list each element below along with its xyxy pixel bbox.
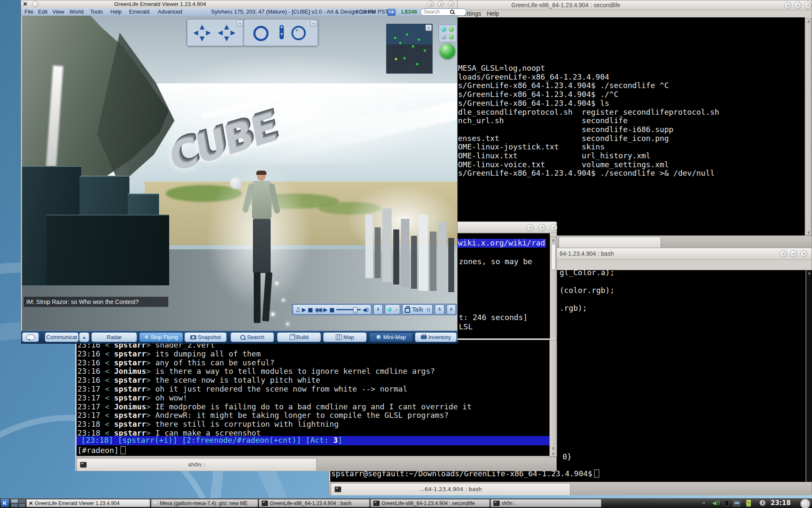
minimize-button[interactable]: ∨ — [780, 250, 787, 257]
shade-button[interactable] — [32, 1, 38, 7]
viewer-clock: 8:18 PM PST — [356, 8, 388, 16]
minimize-button[interactable]: ∨ — [527, 224, 534, 231]
close-icon[interactable]: × — [237, 20, 243, 27]
menu-emerald[interactable]: Emerald — [129, 8, 149, 16]
selected-text: wiki.x.org/wiki/rad — [457, 239, 546, 248]
minimize-button[interactable]: ∨ — [784, 2, 791, 9]
radar-button[interactable]: Radar — [91, 332, 137, 342]
media-expand-button[interactable]: ∧ — [373, 304, 383, 315]
menu-tools[interactable]: Tools — [90, 8, 103, 16]
movement-controls-floater[interactable]: × ▲◀▶▼ ▲◀▶▼ — [187, 19, 244, 46]
camera-orbit-control[interactable] — [253, 26, 269, 41]
mic-icon[interactable] — [725, 500, 729, 506]
green-marker-icon[interactable] — [449, 34, 454, 39]
maximize-button[interactable]: ∧ — [438, 1, 444, 7]
voice-users-group[interactable] — [385, 304, 400, 315]
tray-expander-icon[interactable]: ◃ — [702, 500, 705, 505]
green-marker-icon[interactable] — [449, 27, 454, 32]
scrollbar-thumb[interactable] — [551, 244, 556, 270]
terminal-tab[interactable]: ...64-1.23.4.904 : bash — [331, 483, 571, 495]
camera-zoom-control[interactable]: ▲▼ — [280, 25, 284, 39]
build-button[interactable]: Build — [277, 332, 321, 342]
pager-desktop-2[interactable] — [19, 499, 26, 503]
communicate-button[interactable]: Communicat — [45, 332, 79, 342]
pager-desktop-3[interactable] — [11, 503, 18, 507]
menu-view[interactable]: View — [52, 8, 64, 16]
minimize-button[interactable]: ∨ — [428, 1, 434, 7]
search-button[interactable]: Search — [230, 332, 274, 342]
voice-expand-button[interactable]: ∧ — [435, 304, 444, 315]
inventory-button[interactable]: Inventory — [415, 332, 457, 342]
irc-cursor — [121, 446, 126, 454]
pager-desktop-1[interactable] — [11, 499, 18, 503]
play-media-button[interactable]: ▶ — [324, 306, 328, 313]
currency-icon[interactable]: L$ — [387, 9, 395, 16]
close-button[interactable]: × — [448, 1, 454, 7]
camera-pan-control[interactable]: + — [291, 26, 306, 40]
maximize-button[interactable]: ∧ — [790, 250, 797, 257]
kde-menu-button[interactable]: K — [1, 499, 9, 507]
close-icon[interactable]: × — [310, 20, 317, 27]
battery-icon[interactable]: ϟ — [746, 500, 751, 507]
task-greenlife-viewer[interactable]: ✕GreenLife Emerald Viewer 1.23.4.904 — [26, 499, 150, 507]
snapshot-button[interactable]: Snapshot — [184, 332, 227, 342]
menu-help[interactable]: Help — [110, 8, 122, 16]
close-button[interactable]: × — [800, 250, 807, 257]
minimap-button[interactable]: Mini-Map — [369, 332, 413, 342]
menu-file[interactable]: File — [25, 8, 33, 16]
move-arrows[interactable]: ▲◀▶▼ — [193, 23, 212, 42]
lock-icon[interactable] — [405, 308, 410, 313]
im-notification[interactable]: IM: Strop Razor: so Who won the Contest? — [24, 297, 168, 307]
avatar-leg — [254, 272, 261, 323]
maximize-button[interactable]: ∧ — [538, 224, 546, 231]
minimap[interactable]: × — [386, 24, 433, 74]
search-input[interactable]: Search — [420, 8, 466, 16]
voice-indicator-sphere[interactable] — [440, 44, 455, 59]
task-sh0n[interactable]: sh0n : — [491, 499, 601, 507]
camera-controls-floater[interactable]: × ▲▼ + — [244, 19, 318, 46]
city-building — [365, 215, 373, 278]
communicate-arrow-button[interactable]: ▲ — [79, 332, 89, 342]
scrollbar[interactable]: ∧ — [550, 237, 557, 339]
terminal-tab[interactable]: sh0n : — [77, 458, 317, 471]
info-icon[interactable]: i — [760, 500, 765, 506]
teal-marker-icon[interactable] — [441, 27, 446, 32]
map-buttons-panel[interactable] — [439, 25, 457, 42]
volume-icon[interactable]: ◀)) — [712, 500, 720, 506]
media-player-group[interactable]: ♫ ▶ ■ ◉◉ ▶ ■ ◀) — [293, 304, 371, 315]
grey-marker-icon[interactable] — [441, 34, 446, 39]
chat-bubble-button[interactable] — [22, 332, 39, 342]
menu-world[interactable]: World — [69, 8, 84, 16]
play-music-button[interactable]: ▶ — [302, 306, 306, 313]
stop-music-button[interactable]: ■ — [308, 306, 313, 313]
desktop-pager[interactable] — [11, 499, 25, 507]
clock-icon[interactable] — [800, 499, 810, 508]
menu-advanced[interactable]: Advanced — [158, 8, 182, 16]
task-mesa[interactable]: Mesa (gallium-mesa-7.4): glsl: new ME — [151, 499, 258, 507]
close-button[interactable]: × — [804, 2, 812, 9]
scrollbar[interactable]: ∧ ∨ — [549, 340, 557, 457]
pager-desktop-4[interactable] — [19, 503, 26, 507]
close-button[interactable]: × — [550, 224, 557, 231]
talk-button[interactable]: Talk ·)) — [402, 304, 433, 315]
close-icon[interactable]: × — [425, 25, 432, 31]
map-button[interactable]: Map — [323, 332, 367, 342]
turn-arrows[interactable]: ▲◀▶▼ — [218, 23, 236, 42]
stop-flying-button[interactable]: ✈Stop Flying — [139, 332, 183, 342]
chat-expand-button[interactable]: ∧ — [447, 304, 456, 315]
monitor-icon[interactable] — [733, 500, 741, 506]
task-bash-terminal[interactable]: GreenLife-x86_64-1.23.4.904 : bash — [259, 499, 370, 507]
menu-help[interactable]: Help — [487, 10, 499, 17]
stop-media-button[interactable]: ■ — [329, 306, 335, 313]
location-status[interactable]: Sylvheru 175, 203, 47 (Mature) - [CUBE] … — [211, 8, 375, 16]
irc-input-line[interactable]: [#radeon] — [77, 446, 126, 455]
terminal-tab[interactable] — [559, 237, 661, 248]
world-viewport[interactable]: CUBE × ▲◀▶▼ ▲◀▶▼ — [22, 16, 457, 331]
scrollbar[interactable]: ∧ ∨ — [806, 18, 812, 235]
volume-slider[interactable] — [336, 309, 361, 310]
menu-edit[interactable]: Edit — [38, 8, 47, 16]
maximize-button[interactable]: ∧ — [794, 2, 801, 9]
titlebar[interactable]: ✕ GreenLife Emerald Viewer 1.23.4.904 ∨ … — [21, 0, 457, 8]
scrollbar[interactable]: ∧ — [806, 270, 812, 482]
task-secondlife-terminal[interactable]: GreenLife-x86_64-1.23.4.904 : secondlife — [370, 499, 490, 507]
